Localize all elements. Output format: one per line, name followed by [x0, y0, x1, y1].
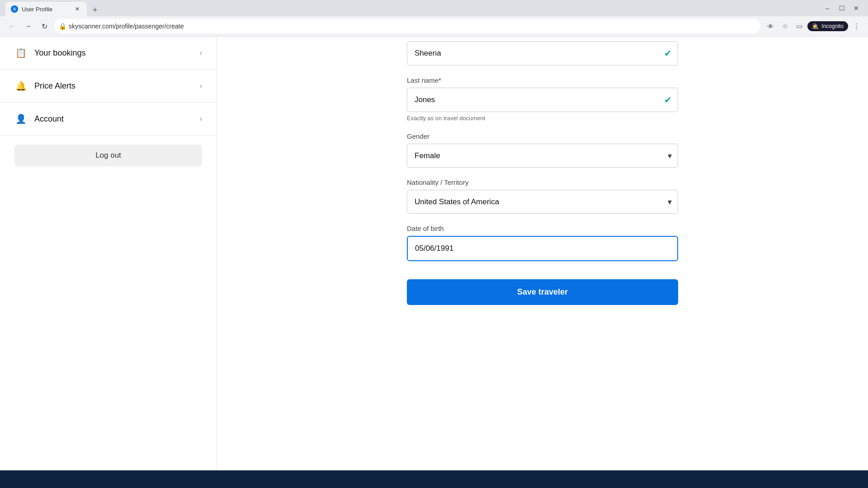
- minimize-button[interactable]: –: [821, 2, 834, 14]
- eye-slash-icon[interactable]: 👁: [764, 20, 777, 33]
- back-button[interactable]: ←: [5, 20, 18, 33]
- gender-select[interactable]: Female Male Unspecified: [407, 144, 678, 168]
- dob-label: Date of birth: [407, 225, 678, 232]
- lastname-check-icon: ✔: [664, 94, 672, 105]
- lock-icon: 🔒: [59, 23, 66, 30]
- maximize-button[interactable]: ☐: [835, 2, 848, 14]
- dob-input-wrap: [407, 236, 678, 261]
- active-tab[interactable]: S User Profile ✕: [5, 2, 87, 16]
- lastname-input-wrap: ✔: [407, 88, 678, 112]
- address-bar-container: 🔒: [54, 19, 760, 33]
- lastname-field-group: Last name* ✔ Exactly as on travel docume…: [407, 76, 678, 122]
- sidebar-logout-section: Log out: [0, 136, 217, 175]
- reload-button[interactable]: ↻: [38, 20, 51, 33]
- lastname-label: Last name*: [407, 76, 678, 84]
- price-alerts-icon: 🔔: [14, 80, 27, 92]
- nationality-select[interactable]: United States of America United Kingdom …: [407, 190, 678, 214]
- gender-select-wrap: Female Male Unspecified ▾: [407, 144, 678, 168]
- address-bar-row: ← → ↻ 🔒 👁 ☆ ▭ 🕵 Incognito ⋮: [0, 16, 868, 36]
- sidebar-item-price-alerts[interactable]: 🔔 Price Alerts ›: [0, 70, 217, 103]
- lastname-hint: Exactly as on travel document: [407, 115, 678, 122]
- address-input[interactable]: [54, 19, 760, 33]
- sidebar-label-bookings: Your bookings: [34, 48, 193, 58]
- form-section: ✔ Last name* ✔ Exactly as on travel docu…: [407, 37, 678, 305]
- firstname-field-group: ✔: [407, 37, 678, 66]
- browser-chrome: S User Profile ✕ + – ☐ ✕ ← → ↻ 🔒 👁 ☆ ▭ 🕵…: [0, 0, 868, 37]
- sidebar: 📋 Your bookings › 🔔 Price Alerts › 👤 Acc…: [0, 37, 217, 470]
- incognito-badge: 🕵 Incognito: [807, 21, 848, 31]
- tab-bar: S User Profile ✕ + – ☐ ✕: [0, 0, 868, 16]
- chevron-right-icon-price-alerts: ›: [200, 82, 202, 90]
- new-tab-button[interactable]: +: [89, 4, 101, 16]
- dob-input[interactable]: [407, 236, 678, 261]
- firstname-check-icon: ✔: [664, 48, 672, 59]
- sidebar-label-price-alerts: Price Alerts: [34, 81, 193, 91]
- forward-button[interactable]: →: [22, 20, 34, 33]
- sidebar-item-account[interactable]: 👤 Account ›: [0, 103, 217, 136]
- page-content: 📋 Your bookings › 🔔 Price Alerts › 👤 Acc…: [0, 37, 868, 470]
- tab-favicon: S: [11, 5, 18, 13]
- lastname-input[interactable]: [407, 88, 678, 112]
- tab-title: User Profile: [22, 6, 52, 13]
- gender-label: Gender: [407, 132, 678, 140]
- nationality-label: Nationality / Territory: [407, 178, 678, 186]
- bookmark-button[interactable]: ☆: [778, 20, 791, 33]
- main-content: ✔ Last name* ✔ Exactly as on travel docu…: [217, 37, 868, 470]
- nationality-select-wrap: United States of America United Kingdom …: [407, 190, 678, 214]
- tab-close-button[interactable]: ✕: [73, 5, 81, 13]
- page-footer: US · en-US Help Privacy Settings Cookie …: [0, 470, 868, 488]
- firstname-input-wrap: ✔: [407, 41, 678, 66]
- chevron-right-icon-bookings: ›: [200, 49, 202, 57]
- split-view-button[interactable]: ▭: [793, 20, 806, 33]
- incognito-icon: 🕵: [812, 23, 819, 29]
- logout-button[interactable]: Log out: [14, 145, 202, 166]
- sidebar-item-bookings[interactable]: 📋 Your bookings ›: [0, 37, 217, 70]
- browser-actions: 👁 ☆ ▭ 🕵 Incognito ⋮: [764, 20, 863, 33]
- save-traveler-button[interactable]: Save traveler: [407, 279, 678, 305]
- close-window-button[interactable]: ✕: [850, 2, 863, 14]
- dob-field-group: Date of birth: [407, 225, 678, 261]
- more-options-button[interactable]: ⋮: [850, 20, 863, 33]
- account-icon: 👤: [14, 113, 27, 125]
- bookings-icon: 📋: [14, 47, 27, 59]
- chevron-right-icon-account: ›: [200, 115, 202, 123]
- nationality-field-group: Nationality / Territory United States of…: [407, 178, 678, 214]
- firstname-input[interactable]: [407, 41, 678, 66]
- sidebar-label-account: Account: [34, 114, 193, 124]
- gender-field-group: Gender Female Male Unspecified ▾: [407, 132, 678, 168]
- incognito-label: Incognito: [821, 23, 844, 29]
